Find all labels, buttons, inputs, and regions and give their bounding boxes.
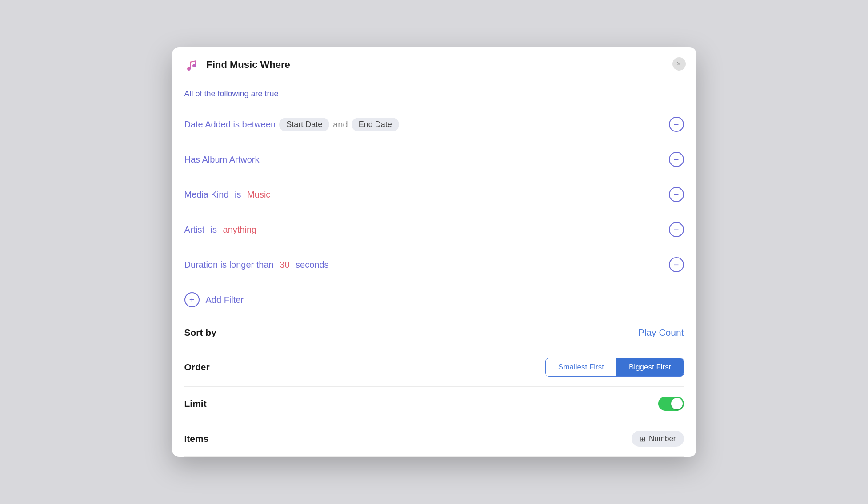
end-date-pill[interactable]: End Date — [352, 118, 399, 131]
find-music-dialog: Find Music Where × All of the following … — [172, 47, 696, 457]
order-label: Order — [184, 362, 210, 373]
remove-media-kind-button[interactable]: − — [669, 187, 684, 202]
remove-album-artwork-button[interactable]: − — [669, 152, 684, 167]
items-label: Items — [184, 433, 209, 444]
bottom-section: Sort by Play Count Order Smallest First … — [172, 317, 696, 457]
smallest-first-button[interactable]: Smallest First — [546, 358, 616, 376]
filter-seconds: seconds — [293, 260, 329, 270]
filter-value-duration: 30 — [277, 260, 290, 270]
dialog-header: Find Music Where × — [172, 47, 696, 81]
items-row: Items ⊞ Number — [184, 421, 684, 457]
filter-row-duration: Duration is longer than 30 seconds − — [172, 247, 696, 282]
filter-text-duration: Duration is longer than 30 seconds — [184, 260, 329, 270]
filter-text-album-artwork: Has Album Artwork — [184, 155, 260, 165]
items-number-pill[interactable]: ⊞ Number — [632, 431, 684, 447]
filter-text-date-added: Date Added is between Start Date and End… — [184, 118, 399, 131]
add-filter-row: + Add Filter — [172, 282, 696, 317]
toggle-knob — [671, 398, 683, 409]
order-row: Order Smallest First Biggest First — [184, 348, 684, 387]
filter-row-artist: Artist is anything − — [172, 212, 696, 247]
filter-row-album-artwork: Has Album Artwork − — [172, 142, 696, 177]
filter-label-album-artwork: Has Album Artwork — [184, 155, 260, 165]
sort-by-label: Sort by — [184, 327, 216, 338]
filter-text-artist: Artist is anything — [184, 225, 257, 235]
remove-artist-button[interactable]: − — [669, 222, 684, 237]
biggest-first-button[interactable]: Biggest First — [616, 358, 683, 376]
filter-is-artist: is — [208, 225, 217, 235]
limit-toggle[interactable] — [658, 397, 684, 411]
and-connector: and — [333, 119, 348, 130]
limit-row: Limit — [184, 387, 684, 421]
filter-value-artist: anything — [220, 225, 256, 235]
add-filter-label: Add Filter — [206, 295, 244, 305]
items-value: Number — [649, 434, 676, 443]
all-true-label: All of the following are true — [172, 81, 696, 107]
filter-label-duration: Duration is longer than — [184, 260, 274, 270]
remove-date-added-button[interactable]: − — [669, 117, 684, 132]
filter-row-date-added: Date Added is between Start Date and End… — [172, 107, 696, 142]
filter-text-media-kind: Media Kind is Music — [184, 190, 271, 200]
grid-icon: ⊞ — [640, 435, 645, 443]
close-button[interactable]: × — [672, 57, 686, 71]
filter-label-media-kind: Media Kind — [184, 190, 229, 200]
order-toggle: Smallest First Biggest First — [545, 358, 684, 377]
dialog-title: Find Music Where — [207, 59, 290, 71]
sort-by-row: Sort by Play Count — [184, 317, 684, 348]
filter-value-media-kind: Music — [245, 190, 271, 200]
limit-label: Limit — [184, 398, 207, 409]
add-filter-circle-button[interactable]: + — [184, 292, 200, 307]
filter-label-artist: Artist — [184, 225, 205, 235]
sort-by-value[interactable]: Play Count — [638, 327, 684, 338]
filter-row-media-kind: Media Kind is Music − — [172, 177, 696, 212]
filter-label-date-added: Date Added is between — [184, 119, 276, 130]
music-note-icon — [184, 57, 200, 73]
start-date-pill[interactable]: Start Date — [279, 118, 329, 131]
remove-duration-button[interactable]: − — [669, 257, 684, 272]
filter-is-media-kind: is — [232, 190, 241, 200]
